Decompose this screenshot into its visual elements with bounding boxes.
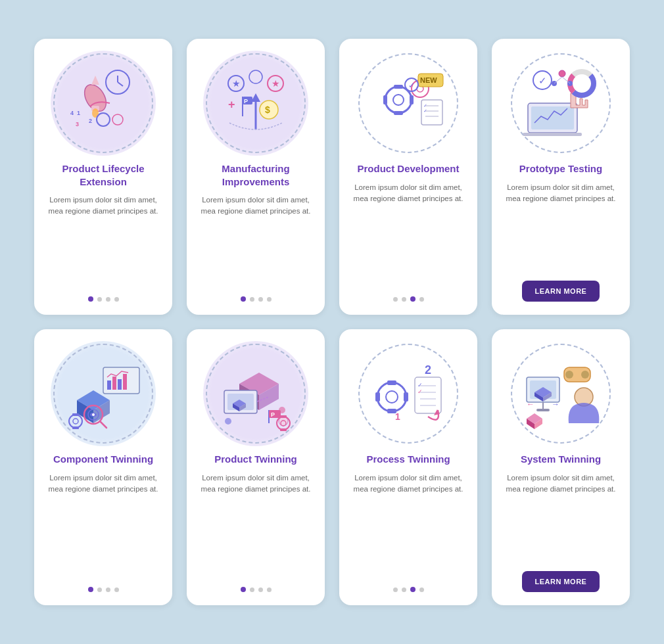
dot-1 [88, 587, 93, 592]
card-body: Lorem ipsum dolor sit dim amet, mea regi… [502, 182, 619, 272]
dot-2 [97, 297, 102, 302]
card-body: Lorem ipsum dolor sit dim amet, mea regi… [45, 472, 162, 578]
card-icon-area: 1 2 3 4 [51, 51, 156, 156]
card-body: Lorem ipsum dolor sit dim amet, mea regi… [350, 182, 467, 288]
card-icon-area [51, 341, 156, 446]
card-icon-area: ★ ★ $ + P [203, 51, 308, 156]
card-manufacturing: ★ ★ $ + P Manufacturing Improvement [187, 39, 325, 315]
card-product-development: ✓ ✓ NEW ✓ Product Development Lorem ipsu… [339, 39, 477, 315]
dot-2 [250, 297, 254, 302]
dot-2 [402, 587, 406, 592]
card-icon-area: ✓ ✓ 2 1 [356, 341, 461, 446]
dot-3 [410, 587, 415, 592]
dot-3 [410, 296, 415, 302]
card-body: Lorem ipsum dolor sit dim amet, mea regi… [502, 472, 619, 563]
card-title: Prototype Testing [519, 162, 602, 175]
card-title: Product Twinning [214, 453, 297, 466]
dot-4 [419, 587, 424, 592]
dot-4 [114, 587, 119, 592]
dot-2 [402, 297, 406, 302]
learn-more-button-2[interactable]: LEARN MORE [522, 571, 600, 592]
dot-3 [106, 297, 110, 302]
dot-4 [267, 297, 272, 302]
card-icon-area: ✓ [508, 51, 613, 156]
card-body: Lorem ipsum dolor sit dim amet, mea regi… [45, 195, 162, 287]
dot-1 [393, 587, 398, 592]
card-title: Product Development [357, 162, 459, 175]
dot-3 [106, 587, 110, 592]
dot-4 [419, 297, 424, 302]
card-body: Lorem ipsum dolor sit dim amet, mea regi… [197, 195, 314, 287]
card-grid: 1 2 3 4 Product Lifecycle Extension Lore… [34, 39, 630, 605]
dot-1 [393, 297, 398, 302]
dot-1 [88, 296, 93, 302]
dot-3 [258, 297, 263, 302]
dot-2 [250, 587, 254, 592]
pagination-dots [88, 296, 119, 302]
card-process-twinning: ✓ ✓ 2 1 Process Twinning Lorem ipsum dol… [339, 329, 477, 605]
card-body: Lorem ipsum dolor sit dim amet, mea regi… [350, 472, 467, 578]
card-icon-area: ✓ ✓ NEW ✓ [356, 51, 461, 156]
card-title: System Twinning [521, 453, 601, 466]
dot-4 [114, 297, 119, 302]
dot-1 [241, 587, 246, 592]
dot-2 [97, 587, 102, 592]
card-system-twinning: ← → System Twinning Lorem ipsum dolor si… [492, 329, 630, 605]
pagination-dots [241, 587, 272, 592]
card-title: Process Twinning [366, 453, 450, 466]
card-title: Product Lifecycle Extension [45, 162, 162, 188]
pagination-dots [88, 587, 119, 592]
card-prototype-testing: ✓ Prototype Testing Lorem ipsum dolor si… [492, 39, 630, 315]
card-icon-area: P [203, 341, 308, 446]
pagination-dots [241, 296, 272, 302]
card-title: Manufacturing Improvements [197, 162, 314, 188]
card-product-twinning: P Product Twinning Lorem ipsum dolor sit… [187, 329, 325, 605]
card-body: Lorem ipsum dolor sit dim amet, mea regi… [197, 472, 314, 578]
card-icon-area: ← → [508, 341, 613, 446]
dot-3 [258, 587, 263, 592]
pagination-dots [393, 296, 424, 302]
learn-more-button-1[interactable]: LEARN MORE [522, 281, 600, 302]
card-component-twinning: Component Twinning Lorem ipsum dolor sit… [34, 329, 172, 605]
pagination-dots [393, 587, 424, 592]
card-product-lifecycle: 1 2 3 4 Product Lifecycle Extension Lore… [34, 39, 172, 315]
dot-1 [241, 296, 246, 302]
card-title: Component Twinning [53, 453, 153, 466]
dot-4 [267, 587, 272, 592]
